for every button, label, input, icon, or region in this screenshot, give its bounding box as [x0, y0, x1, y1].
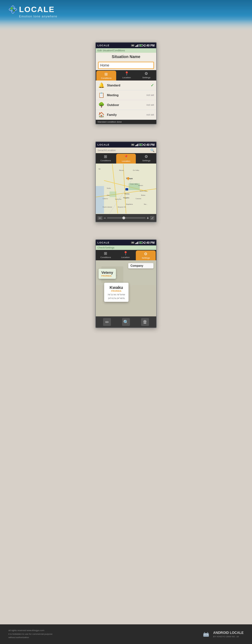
svg-point-43 [205, 634, 206, 635]
tab-conditions-2[interactable]: ⊞ Conditions [96, 153, 116, 164]
tab-location-2[interactable]: 📍 Location [116, 154, 136, 164]
conditions-tab-icon: ⊞ [104, 72, 108, 76]
condition-family[interactable]: 🏠 Family not set [96, 110, 156, 120]
svg-line-46 [207, 632, 208, 633]
status-right-3: 3G 2:40 PM [131, 241, 155, 244]
svg-text:Nogales: Nogales [123, 197, 129, 199]
tab-conditions-3[interactable]: ⊞ Conditions [96, 250, 116, 260]
signal-bars [135, 44, 138, 47]
battery-icon [139, 44, 143, 47]
main-content: LOCALE 3G 2:40 PM Edit Situation/Conditi… [0, 31, 252, 339]
condition-meeting[interactable]: 📋 Meeting not set [96, 90, 156, 100]
sub-header-1: Edit Situation/Conditions [96, 48, 156, 53]
globe-icon [8, 5, 17, 14]
svg-text:Altar: Altar [107, 195, 109, 196]
copyright-line2: it is forbidden to use for commercial pu… [8, 633, 52, 636]
meeting-icon: 📋 [98, 92, 105, 98]
svg-text:Benjamin Hill: Benjamin Hill [118, 206, 126, 208]
settings-tab-icon: ⚙ [144, 71, 148, 76]
search-icon[interactable]: 🔍 [150, 148, 155, 152]
kwaku-card[interactable]: Kwaku FRORIDA 78°21'W-78°54'W 24°41'N-24… [104, 283, 129, 302]
logo-tagline: Emotion tone anywhere [19, 15, 57, 18]
outdoor-icon: 🌳 [98, 102, 105, 108]
zoom-in-button[interactable]: + [147, 216, 149, 220]
logo-text: LOCALE [19, 5, 55, 14]
footer: all rights reserved www.iKingyo.com it i… [0, 624, 252, 644]
sub-header-3: Check/Settings [96, 245, 156, 250]
tab-settings-2[interactable]: ⚙ Settings [136, 153, 156, 164]
signal-bars-3 [135, 241, 138, 244]
footer-brand-text: ANDROID LOCALE BY KINGYO 2009 NO. 18 [213, 631, 244, 638]
veteny-card[interactable]: Veteny FRORIDA [99, 269, 116, 279]
network-icon: 3G [131, 44, 134, 47]
location-tab-icon: 📍 [124, 71, 129, 76]
tab-settings-3[interactable]: ⚙ Settings [136, 250, 156, 260]
conditions-tab-label-2: Conditions [100, 159, 111, 162]
network-icon-3: 3G [131, 242, 134, 244]
location-tab-label-2: Location [122, 160, 130, 162]
status-app-name-3: LOCALE [97, 241, 109, 244]
svg-text:Marana: Marana [119, 170, 124, 171]
bottom-status-1: Standard condition done [96, 120, 156, 124]
conditions-tab-label-3: Conditions [100, 256, 111, 259]
tab-location-1[interactable]: 📍 Location [117, 70, 137, 81]
search-bar: Serach/Location 🔍 [96, 148, 156, 153]
svg-text:I: I [127, 189, 127, 190]
logo: LOCALE [8, 5, 55, 14]
map-area[interactable]: Tucson Marana Oro Valley Green Valley Be… [96, 164, 156, 214]
fullscreen-button[interactable]: ⤢ [150, 216, 155, 220]
search-text: Serach/Location [97, 149, 149, 152]
svg-text:Tucson: Tucson [126, 178, 133, 180]
svg-point-4 [13, 10, 15, 12]
family-status: not set [146, 113, 154, 116]
standard-label: Standard [107, 84, 148, 87]
settings-tab-label-2: Settings [142, 159, 150, 162]
svg-text:Bisbee: Bisbee [141, 195, 145, 196]
svg-point-3 [10, 7, 13, 10]
condition-standard[interactable]: 🔔 Standard ✓ [96, 81, 156, 90]
copyright-line3: without authorization [8, 636, 52, 640]
conditions-tab-label: Conditions [101, 77, 111, 79]
zoom-thumb [122, 217, 125, 219]
conditions-tab-icon-2: ⊞ [104, 154, 107, 159]
conditions-tab-icon-3: ⊞ [104, 251, 107, 256]
tab-conditions-1[interactable]: ⊞ Conditions [96, 71, 116, 81]
battery-icon-3 [139, 242, 143, 244]
location-tab-label-3: Location [121, 256, 130, 259]
condition-outdoor[interactable]: 🌳 Outdoor not set [96, 100, 156, 110]
tab-bar-3: ⊞ Conditions 📍 Location ⚙ Settings [96, 250, 156, 260]
veteny-state: FRORIDA [101, 275, 113, 277]
svg-rect-41 [203, 633, 209, 637]
svg-rect-13 [109, 192, 116, 197]
settings-tab-label: Settings [142, 76, 150, 79]
tab-location-3[interactable]: 📍 Location [116, 250, 136, 260]
android-logo-icon [202, 630, 210, 638]
settings-tab-label-3: Settings [142, 257, 150, 259]
brand-name: ANDROID LOCALE [213, 631, 244, 635]
time-display-3: 2:40 PM [144, 241, 155, 244]
delete-button[interactable]: 🗑 [141, 318, 149, 326]
edit-button[interactable]: ✏ [103, 318, 111, 326]
family-label: Family [107, 113, 144, 116]
svg-point-0 [9, 6, 17, 13]
situation-name-input[interactable]: Home [98, 62, 154, 69]
search-button[interactable]: 🔍 [122, 318, 130, 326]
status-bar-3: LOCALE 3G 2:40 PM [96, 240, 156, 245]
svg-text:Green Valley: Green Valley [130, 183, 138, 185]
status-app-name: LOCALE [97, 44, 109, 47]
svg-text:Magdalena: Magdalena [126, 204, 133, 205]
svg-text:Oro Valley: Oro Valley [133, 170, 139, 171]
meeting-label: Meeting [107, 93, 144, 97]
zoom-out-button[interactable]: − [104, 216, 106, 220]
tab-settings-1[interactable]: ⚙ Settings [136, 70, 156, 81]
settings-content: Grandscae Company Veteny FRORIDA Kwaku F… [96, 260, 156, 316]
map-svg: Tucson Marana Oro Valley Green Valley Be… [96, 164, 156, 214]
company-label: Company [130, 264, 143, 267]
time-display-2: 2:40 PM [144, 143, 155, 146]
location-tab-icon-3: 📍 [123, 251, 128, 256]
zoom-slider[interactable] [107, 217, 146, 219]
standard-check: ✓ [151, 83, 154, 88]
screen-1-conditions: LOCALE 3G 2:40 PM Edit Situation/Conditi… [95, 42, 157, 125]
company-card[interactable]: Company [128, 263, 153, 268]
tab-bar-1: ⊞ Conditions 📍 Location ⚙ Settings [96, 70, 156, 81]
